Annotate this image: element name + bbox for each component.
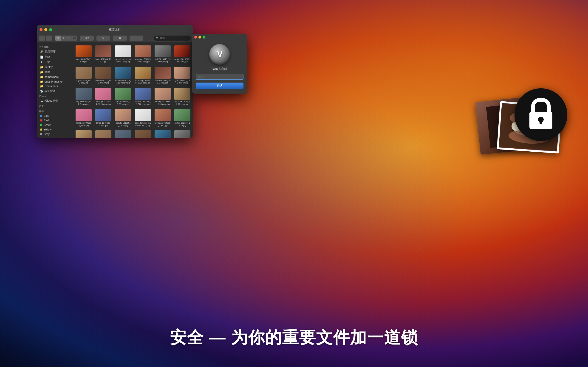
file-grid: sunset-38162471 920.jpghair-1462984_192 … [75, 44, 191, 138]
icloud-icon: ☁ [40, 99, 43, 102]
file-thumbnail [135, 67, 151, 79]
sidebar-tag-red[interactable]: Red [38, 118, 71, 123]
logo-letter: V [217, 50, 222, 59]
file-thumbnail [174, 45, 190, 57]
sidebar-item-label: 桌面 [44, 70, 50, 74]
file-item[interactable]: woman-1754895_ 1920.jpg [154, 108, 172, 128]
tags-label: 标签 [37, 108, 72, 114]
file-thumbnail [95, 88, 111, 100]
file-item[interactable]: flamingo-374309 4_1920.jpg [75, 108, 93, 128]
file-item[interactable]: woman-1754895_ 1920 copy.jpg [134, 44, 152, 64]
file-item[interactable]: sunset-38162471 920 copy.jpg [173, 44, 191, 64]
sidebar-item-containers[interactable]: 📁 Containers [38, 84, 71, 89]
password-dialog: V 请输入密码 密码 确认 [192, 34, 247, 94]
red-dot [40, 119, 42, 122]
sidebar-tag-gray[interactable]: Gray [38, 132, 71, 136]
file-item[interactable]: pug-801826_1920 copy.jpg [75, 66, 93, 85]
sidebar-tag-blue[interactable]: Blue [38, 114, 71, 118]
cover-view-button[interactable]: ⬛ [72, 35, 77, 41]
sidebar-item-label: Yellow [44, 128, 52, 131]
actions-button[interactable]: ⚙ [96, 35, 110, 41]
back-button[interactable]: ‹ [39, 35, 45, 41]
blue-dot [40, 115, 42, 117]
file-item[interactable]: hair-1462984_192 0.jpg [95, 44, 112, 64]
sidebar-tag-green[interactable]: Green [38, 123, 71, 127]
file-thumbnail [115, 88, 131, 100]
forward-button[interactable]: › [46, 35, 52, 41]
grid-view-button[interactable]: ⊞ [55, 35, 61, 41]
dialog-close-button[interactable] [194, 36, 197, 39]
sidebar-item-somewhere[interactable]: 📁 somewhere [38, 75, 71, 79]
file-item[interactable]: dance-1940245_1 920 copy.jpg [134, 87, 152, 106]
file-item[interactable]: adult-1807500_19 20.jpg [75, 129, 93, 138]
column-view-button[interactable]: ⫴ [66, 35, 72, 41]
file-item[interactable]: pair-3798371_192 0.jpg [134, 129, 152, 138]
file-item[interactable]: morning-136944 8_1920 copy.jpg [134, 66, 152, 85]
file-item[interactable]: flamingo-374309 4_1920 copy.jpg [95, 87, 112, 106]
file-item[interactable]: beauty-1319951_1 920.jpg [114, 108, 132, 128]
file-item[interactable]: father-656734_19 20 copy.jpg [114, 87, 132, 106]
sidebar-item-airdrop[interactable]: 📡 隔空投送 [38, 89, 71, 94]
file-name: father-656734_19 20 copy.jpg [115, 100, 131, 106]
view-switcher: ⊞ ≡ ⫴ ⬛ [55, 35, 77, 41]
file-item[interactable]: girl-3551832_192 0 copy.jpg [173, 66, 191, 85]
sidebar-item-deploy[interactable]: 📁 deploy [38, 65, 71, 69]
dialog-zoom-button[interactable] [203, 36, 205, 39]
tags-button[interactable]: ⌂ [130, 35, 143, 41]
file-item[interactable]: nature-3106213_1 920 copy.jpg [114, 66, 132, 85]
zoom-button[interactable] [49, 28, 52, 31]
minimize-button[interactable] [44, 28, 47, 31]
file-item[interactable]: pair-3798371_192 0 copy.jpg [95, 66, 112, 85]
file-item[interactable]: hair-1462984_192 0 copy.jpg [154, 66, 172, 85]
file-item[interactable]: dance-1940245_1 920.jpg [95, 108, 112, 128]
file-item[interactable]: fog-3815397_192 0.jpg [114, 129, 132, 138]
sidebar-item-documents[interactable]: 📄 文稿 [38, 54, 71, 60]
sidebar-item-enjarify[interactable]: 📁 enjarify-master [38, 79, 71, 84]
file-item[interactable]: sunset-38162471 920.jpg [75, 44, 93, 64]
icloud-label: iCloud [37, 94, 72, 98]
file-name: adult-1807500_19 20 copy.jpg [174, 100, 190, 106]
svg-rect-15 [540, 119, 542, 124]
sidebar-item-desktop[interactable]: 📁 桌面 [38, 69, 71, 75]
nav-buttons: ‹ › [39, 35, 52, 41]
file-thumbnail [155, 109, 171, 121]
list-view-button[interactable]: ≡ [61, 35, 66, 41]
yellow-dot [40, 128, 42, 131]
file-item[interactable]: speedometer- padamb...copy.zip [114, 44, 132, 64]
search-bar[interactable]: 🔍 搜索 [154, 35, 191, 41]
file-item[interactable]: beauty-1319951_1 920 copy.jpg [154, 87, 172, 106]
sidebar-item-label: Purple [44, 137, 52, 138]
file-thumbnail [95, 45, 111, 57]
file-item[interactable]: father-656734_19 20.jpg [173, 108, 191, 128]
file-item[interactable]: wolf-3818343_19 20.jpg [173, 129, 191, 138]
share-button[interactable]: ▣ [113, 35, 127, 41]
file-name: woman-1754895_ 1920.jpg [155, 122, 171, 127]
confirm-button[interactable]: 确认 [196, 83, 243, 89]
file-thumbnail [76, 67, 92, 79]
file-item[interactable]: speedometer- padamb...ra (1).zip [134, 108, 152, 128]
file-thumbnail [155, 130, 171, 138]
file-item[interactable]: fog-3815397_192 0 copy.jpg [75, 87, 93, 106]
sidebar-item-icloud[interactable]: ☁ iCloud 云盘 [38, 98, 71, 103]
sidebar-item-label: 文稿 [44, 55, 50, 59]
file-thumbnail [135, 130, 151, 138]
sidebar-tag-yellow[interactable]: Yellow [38, 127, 71, 132]
file-item[interactable]: nature-3106213_1 920.jpg [154, 129, 172, 138]
password-input[interactable]: 密码 [196, 74, 243, 80]
sidebar-item-applications[interactable]: 🚀 应用程序 [38, 49, 71, 54]
close-button[interactable] [40, 28, 43, 31]
file-item[interactable]: pug-801826_1920 .jpg [95, 129, 112, 138]
file-name: pair-3798371_192 0 copy.jpg [95, 79, 111, 84]
password-placeholder: 密码 [198, 75, 204, 79]
sidebar-item-downloads[interactable]: ⬇ 下载 [38, 60, 71, 65]
sidebar-tag-purple[interactable]: Purple [38, 136, 71, 138]
dialog-minimize-button[interactable] [199, 36, 201, 39]
bottom-text: 安全 — 为你的重要文件加一道锁 [0, 327, 588, 349]
file-thumbnail [135, 45, 151, 57]
arrange-button[interactable]: ⊞ ▾ [80, 35, 94, 41]
app-logo: V [209, 44, 230, 65]
file-item[interactable]: wolf-3818343_19 20 copy.jpg [154, 44, 172, 64]
lock-circle [515, 88, 567, 141]
window-title: 重要文件 [109, 27, 121, 32]
file-item[interactable]: adult-1807500_19 20 copy.jpg [173, 87, 191, 106]
